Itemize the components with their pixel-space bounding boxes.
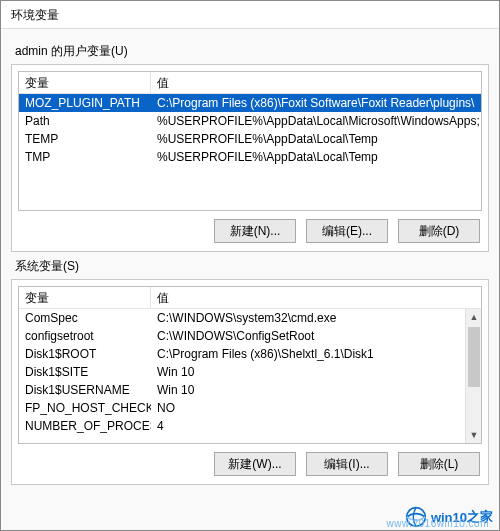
table-row[interactable]: configsetrootC:\WINDOWS\ConfigSetRoot (19, 327, 481, 345)
scroll-thumb[interactable] (468, 327, 480, 387)
var-name-cell: ComSpec (19, 309, 151, 327)
var-name-cell: Disk1$ROOT (19, 345, 151, 363)
table-row[interactable]: FP_NO_HOST_CHECKNO (19, 399, 481, 417)
col-header-value[interactable]: 值 (151, 72, 481, 93)
var-name-cell: NUMBER_OF_PROCESSORS (19, 417, 151, 435)
col-header-value[interactable]: 值 (151, 287, 481, 308)
user-buttons: 新建(N)... 编辑(E)... 删除(D) (18, 219, 482, 243)
system-buttons: 新建(W)... 编辑(I)... 删除(L) (18, 452, 482, 476)
table-row[interactable]: NUMBER_OF_PROCESSORS4 (19, 417, 481, 435)
table-row[interactable]: Disk1$USERNAMEWin 10 (19, 381, 481, 399)
globe-icon (405, 506, 427, 528)
var-value-cell: %USERPROFILE%\AppData\Local\Microsoft\Wi… (151, 112, 481, 130)
var-value-cell: C:\WINDOWS\system32\cmd.exe (151, 309, 481, 327)
table-row[interactable]: Disk1$ROOTC:\Program Files (x86)\Shelxtl… (19, 345, 481, 363)
user-vars-listview[interactable]: 变量 值 MOZ_PLUGIN_PATHC:\Program Files (x8… (18, 71, 482, 211)
vertical-scrollbar[interactable]: ▲ ▼ (465, 309, 481, 443)
table-row[interactable]: TEMP%USERPROFILE%\AppData\Local\Temp (19, 130, 481, 148)
var-name-cell: Disk1$USERNAME (19, 381, 151, 399)
var-name-cell: TMP (19, 148, 151, 166)
col-header-name[interactable]: 变量 (19, 72, 151, 93)
var-value-cell: 4 (151, 417, 481, 435)
table-row[interactable]: TMP%USERPROFILE%\AppData\Local\Temp (19, 148, 481, 166)
system-delete-button[interactable]: 删除(L) (398, 452, 480, 476)
col-header-name[interactable]: 变量 (19, 287, 151, 308)
var-value-cell: C:\WINDOWS\ConfigSetRoot (151, 327, 481, 345)
var-value-cell: C:\Program Files (x86)\Shelxtl_6.1\Disk1 (151, 345, 481, 363)
var-value-cell: %USERPROFILE%\AppData\Local\Temp (151, 130, 481, 148)
var-name-cell: Path (19, 112, 151, 130)
var-name-cell: TEMP (19, 130, 151, 148)
system-vars-label: 系统变量(S) (15, 258, 489, 275)
var-name-cell: FP_NO_HOST_CHECK (19, 399, 151, 417)
user-vars-label: admin 的用户变量(U) (15, 43, 489, 60)
user-delete-button[interactable]: 删除(D) (398, 219, 480, 243)
var-name-cell: configsetroot (19, 327, 151, 345)
user-edit-button[interactable]: 编辑(E)... (306, 219, 388, 243)
var-value-cell: %USERPROFILE%\AppData\Local\Temp (151, 148, 481, 166)
system-new-button[interactable]: 新建(W)... (214, 452, 296, 476)
table-row[interactable]: ComSpecC:\WINDOWS\system32\cmd.exe (19, 309, 481, 327)
env-vars-dialog: 环境变量 admin 的用户变量(U) 变量 值 MOZ_PLUGIN_PATH… (0, 0, 500, 531)
system-vars-listview[interactable]: 变量 值 ComSpecC:\WINDOWS\system32\cmd.exec… (18, 286, 482, 444)
table-row[interactable]: Path%USERPROFILE%\AppData\Local\Microsof… (19, 112, 481, 130)
var-value-cell: Win 10 (151, 381, 481, 399)
window-title: 环境变量 (11, 8, 59, 22)
client-area: admin 的用户变量(U) 变量 值 MOZ_PLUGIN_PATHC:\Pr… (1, 29, 499, 501)
listview-header[interactable]: 变量 值 (19, 72, 481, 94)
watermark-brand-a: win10 (431, 510, 467, 525)
watermark-url: www.2016win10.com (387, 518, 489, 529)
var-value-cell: NO (151, 399, 481, 417)
window-titlebar[interactable]: 环境变量 (1, 1, 499, 29)
listview-header[interactable]: 变量 值 (19, 287, 481, 309)
table-row[interactable]: MOZ_PLUGIN_PATHC:\Program Files (x86)\Fo… (19, 94, 481, 112)
scroll-down-arrow-icon[interactable]: ▼ (466, 427, 482, 443)
var-name-cell: MOZ_PLUGIN_PATH (19, 94, 151, 112)
user-vars-group: 变量 值 MOZ_PLUGIN_PATHC:\Program Files (x8… (11, 64, 489, 252)
table-row[interactable]: Disk1$SITEWin 10 (19, 363, 481, 381)
system-vars-group: 变量 值 ComSpecC:\WINDOWS\system32\cmd.exec… (11, 279, 489, 485)
var-value-cell: Win 10 (151, 363, 481, 381)
var-name-cell: Disk1$SITE (19, 363, 151, 381)
var-value-cell: C:\Program Files (x86)\Foxit Software\Fo… (151, 94, 481, 112)
scroll-up-arrow-icon[interactable]: ▲ (466, 309, 482, 325)
system-edit-button[interactable]: 编辑(I)... (306, 452, 388, 476)
watermark: win10之家 www.2016win10.com (405, 506, 493, 528)
svg-point-0 (407, 508, 426, 527)
watermark-brand-b: 之家 (467, 508, 493, 526)
user-new-button[interactable]: 新建(N)... (214, 219, 296, 243)
